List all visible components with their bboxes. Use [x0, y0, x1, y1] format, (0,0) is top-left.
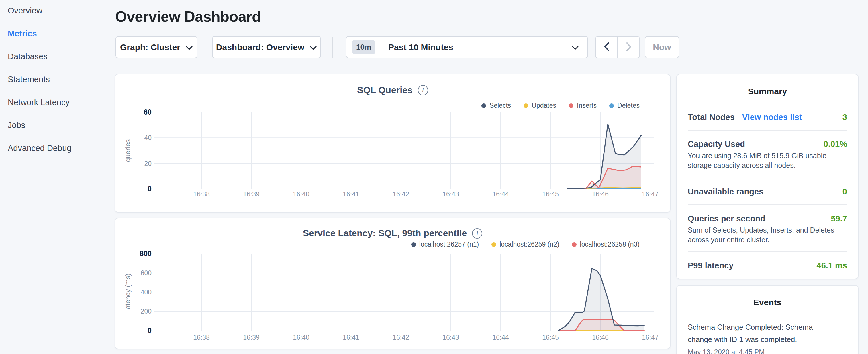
summary-value: 0.01% — [824, 140, 847, 148]
legend-item-deletes[interactable]: Deletes — [609, 102, 640, 109]
summary-label: P99 latency — [688, 261, 734, 270]
legend-item-node3[interactable]: localhost:26258 (n3) — [572, 240, 640, 248]
series-line — [567, 124, 641, 189]
time-range-dropdown[interactable]: 10m Past 10 Minutes — [346, 36, 588, 58]
now-button[interactable]: Now — [645, 36, 679, 58]
event-timestamp: May 13, 2020 at 4:45 PM — [688, 348, 847, 354]
x-tick-label: 16:40 — [293, 190, 309, 198]
time-pager — [595, 36, 640, 58]
x-tick-label: 16:39 — [243, 190, 260, 198]
x-tick-label: 16:40 — [293, 334, 309, 341]
chart-legend: Selects Updates Inserts Deletes — [482, 102, 640, 109]
x-tick-label: 16:41 — [343, 190, 359, 198]
toolbar-divider — [333, 37, 333, 58]
summary-row-unavailable-ranges: Unavailable ranges 0 — [688, 178, 847, 205]
series-line — [559, 268, 644, 330]
legend-label: Inserts — [577, 102, 597, 109]
sidebar-item-overview[interactable]: Overview — [8, 5, 42, 16]
summary-value: 46.1 ms — [817, 261, 847, 270]
y-tick-label: 0 — [148, 326, 152, 334]
sidebar-item-metrics[interactable]: Metrics — [8, 28, 37, 39]
service-latency-chart-card: Service Latency: SQL, 99th percentile i … — [115, 218, 671, 349]
y-axis-title: queries — [124, 139, 131, 162]
dashboard-dropdown-label: Dashboard: Overview — [216, 42, 304, 52]
series-area — [559, 268, 644, 330]
events-panel: Events Schema Change Completed: Schema c… — [676, 285, 859, 354]
legend-item-selects[interactable]: Selects — [482, 102, 511, 109]
chevron-right-icon — [626, 42, 632, 53]
summary-row-queries-per-second: Queries per second 59.7 Sum of Selects, … — [688, 205, 847, 252]
info-icon[interactable]: i — [418, 85, 428, 95]
x-tick-label: 16:45 — [542, 190, 559, 198]
series-area — [567, 166, 641, 189]
chart-title: SQL Queries — [357, 85, 412, 95]
summary-title: Summary — [688, 74, 847, 96]
y-tick-label: 200 — [141, 308, 152, 315]
series-line — [567, 188, 641, 189]
summary-label: Queries per second — [688, 214, 766, 223]
y-tick-label: 0 — [148, 185, 152, 193]
x-tick-label: 16:39 — [243, 334, 260, 341]
time-window-label: Past 10 Minutes — [388, 42, 453, 52]
legend-dot — [609, 103, 614, 108]
x-tick-label: 16:44 — [492, 334, 509, 341]
page-title: Overview Dashboard — [115, 8, 261, 25]
summary-value: 59.7 — [831, 214, 847, 223]
x-tick-label: 16:42 — [393, 190, 409, 198]
chevron-down-icon — [309, 42, 317, 52]
chevron-down-icon — [185, 42, 193, 52]
info-icon[interactable]: i — [472, 228, 482, 238]
legend-label: localhost:26258 (n3) — [580, 240, 640, 248]
time-back-button[interactable] — [596, 37, 618, 58]
dashboard-dropdown[interactable]: Dashboard: Overview — [212, 36, 321, 58]
summary-panel: Summary Total Nodes View nodes list 3 Ca… — [676, 74, 859, 279]
time-window-badge: 10m — [352, 40, 375, 54]
x-tick-label: 16:41 — [343, 334, 359, 341]
event-message[interactable]: Schema Change Completed: Schema change w… — [688, 321, 825, 346]
y-tick-label: 600 — [141, 269, 152, 277]
legend-item-updates[interactable]: Updates — [524, 102, 556, 109]
y-tick-label: 60 — [144, 108, 152, 116]
chevron-down-icon — [571, 42, 579, 52]
legend-item-node2[interactable]: localhost:26259 (n2) — [492, 240, 559, 248]
chart-title: Service Latency: SQL, 99th percentile — [303, 228, 467, 238]
x-tick-label: 16:47 — [642, 190, 658, 198]
chevron-left-icon — [603, 42, 610, 53]
legend-label: Updates — [532, 102, 556, 109]
x-tick-label: 16:38 — [193, 334, 210, 341]
summary-description: You are using 28.6 MiB of 515.9 GiB usab… — [688, 151, 846, 170]
sidebar-item-jobs[interactable]: Jobs — [8, 120, 25, 131]
graph-dropdown-label: Graph: Cluster — [120, 42, 180, 52]
x-tick-label: 16:42 — [393, 334, 409, 341]
series-area — [567, 124, 641, 189]
events-title: Events — [688, 286, 847, 307]
series-line — [559, 319, 644, 330]
y-axis-title: latency (ms) — [124, 273, 131, 311]
legend-dot — [569, 103, 574, 108]
graph-node-dropdown[interactable]: Graph: Cluster — [116, 36, 197, 58]
y-tick-label: 800 — [140, 250, 152, 257]
sidebar-item-network-latency[interactable]: Network Latency — [8, 97, 70, 108]
x-tick-label: 16:38 — [193, 190, 210, 198]
legend-label: localhost:26259 (n2) — [499, 240, 559, 248]
legend-dot — [572, 242, 577, 247]
summary-row-total-nodes: Total Nodes View nodes list 3 — [688, 113, 847, 131]
x-tick-label: 16:43 — [442, 334, 459, 341]
legend-item-inserts[interactable]: Inserts — [569, 102, 597, 109]
summary-label: Capacity Used — [688, 140, 745, 148]
time-forward-button[interactable] — [618, 37, 639, 58]
sidebar-item-statements[interactable]: Statements — [8, 74, 50, 85]
legend-label: Selects — [490, 102, 511, 109]
sidebar: Overview Metrics Databases Statements Ne… — [0, 0, 115, 354]
legend-dot — [411, 242, 416, 247]
view-nodes-list-link[interactable]: View nodes list — [742, 113, 802, 122]
sidebar-item-databases[interactable]: Databases — [8, 51, 48, 62]
x-tick-label: 16:46 — [592, 334, 609, 341]
summary-row-p99-latency: P99 latency 46.1 ms — [688, 252, 847, 270]
x-tick-label: 16:45 — [542, 334, 559, 341]
sidebar-item-advanced-debug[interactable]: Advanced Debug — [8, 142, 72, 154]
summary-label: Total Nodes — [688, 113, 735, 122]
legend-dot — [524, 103, 528, 108]
summary-value: 3 — [842, 113, 847, 122]
legend-item-node1[interactable]: localhost:26257 (n1) — [411, 240, 479, 248]
